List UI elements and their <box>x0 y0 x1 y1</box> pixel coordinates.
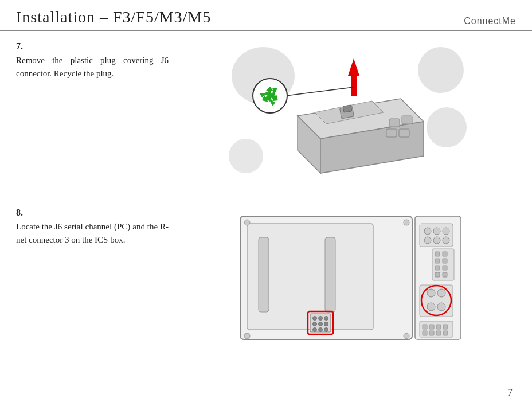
svg-rect-51 <box>436 331 441 335</box>
svg-point-42 <box>437 303 445 311</box>
step-8-diagram <box>229 208 470 351</box>
svg-line-15 <box>286 87 354 96</box>
svg-point-25 <box>443 228 449 235</box>
svg-point-65 <box>404 333 409 339</box>
step-8-body: Locate the J6 serial channel (PC) and th… <box>16 220 169 247</box>
svg-point-24 <box>433 228 440 235</box>
step-7-number: 7. <box>16 41 169 52</box>
brand-name: ConnectMe <box>464 16 516 26</box>
svg-point-57 <box>324 317 328 321</box>
step-7-image <box>182 41 516 196</box>
svg-rect-11 <box>402 116 412 124</box>
svg-point-27 <box>433 237 440 244</box>
svg-point-67 <box>404 220 409 225</box>
svg-rect-31 <box>435 259 440 263</box>
svg-rect-34 <box>443 252 447 256</box>
svg-point-1 <box>418 47 464 93</box>
svg-rect-38 <box>420 285 453 317</box>
svg-rect-13 <box>399 129 409 137</box>
svg-rect-52 <box>443 331 448 335</box>
svg-point-55 <box>313 317 317 321</box>
svg-rect-46 <box>429 325 434 329</box>
svg-point-62 <box>319 328 323 332</box>
svg-point-59 <box>319 322 323 326</box>
svg-point-26 <box>424 237 431 244</box>
step-8-number: 8. <box>16 208 169 218</box>
svg-rect-47 <box>436 325 441 329</box>
svg-rect-48 <box>443 325 448 329</box>
svg-rect-12 <box>386 129 397 137</box>
svg-marker-14 <box>348 58 359 96</box>
svg-point-2 <box>427 107 467 147</box>
svg-point-58 <box>313 322 317 326</box>
svg-rect-49 <box>423 331 427 335</box>
svg-rect-36 <box>443 266 447 270</box>
svg-rect-20 <box>325 237 335 312</box>
main-content: 7. Remove the plastic plug covering J6 c… <box>0 31 532 362</box>
step-8-image <box>182 208 516 351</box>
step-7-section: 7. Remove the plastic plug covering J6 c… <box>16 41 516 196</box>
svg-rect-50 <box>429 331 434 335</box>
page-title: Installation – F3/F5/M3/M5 <box>16 8 211 26</box>
svg-point-39 <box>427 289 435 297</box>
svg-rect-33 <box>435 272 440 277</box>
svg-rect-30 <box>435 252 440 256</box>
page-footer: 7 <box>507 387 513 399</box>
svg-rect-45 <box>423 325 427 329</box>
svg-point-60 <box>324 322 328 326</box>
svg-point-3 <box>229 139 263 173</box>
svg-point-63 <box>324 328 328 332</box>
svg-point-61 <box>313 328 317 332</box>
svg-point-66 <box>244 220 250 225</box>
page-number: 7 <box>507 387 513 399</box>
svg-rect-32 <box>435 266 440 270</box>
svg-point-56 <box>319 317 323 321</box>
svg-rect-10 <box>389 119 400 127</box>
step-7-text: 7. Remove the plastic plug covering J6 c… <box>16 41 182 81</box>
step-8-section: 8. Locate the J6 serial channel (PC) and… <box>16 208 516 351</box>
step-7-body: Remove the plastic plug covering J6 conn… <box>16 54 169 81</box>
svg-point-28 <box>443 237 449 244</box>
svg-point-40 <box>437 289 445 297</box>
page-header: Installation – F3/F5/M3/M5 ConnectMe <box>0 0 532 31</box>
svg-rect-37 <box>443 272 447 277</box>
svg-rect-9 <box>343 105 352 112</box>
svg-point-41 <box>427 303 435 311</box>
svg-rect-19 <box>259 237 269 312</box>
svg-point-64 <box>244 333 250 339</box>
step-7-diagram <box>229 41 470 196</box>
svg-rect-35 <box>443 259 447 263</box>
step-8-text: 8. Locate the J6 serial channel (PC) and… <box>16 208 182 247</box>
svg-point-23 <box>424 228 431 235</box>
